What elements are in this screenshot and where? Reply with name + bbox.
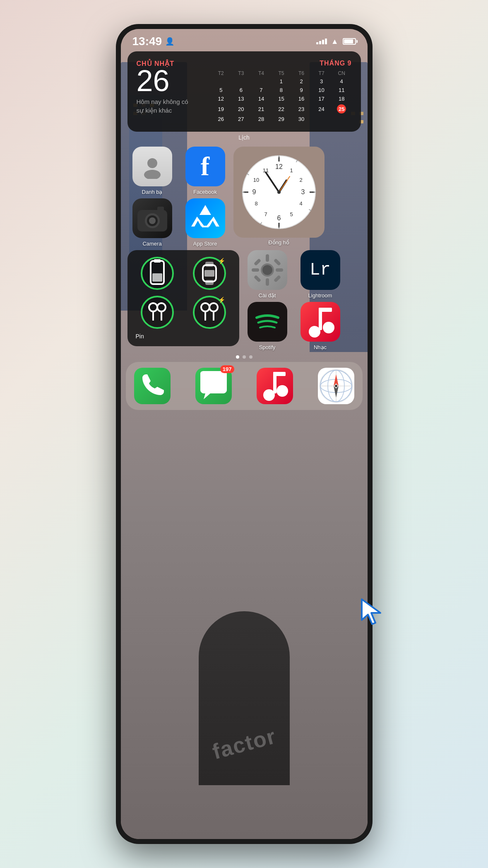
cal-cell: 19 [211, 103, 231, 115]
svg-text:5: 5 [290, 211, 293, 217]
svg-text:8: 8 [255, 200, 257, 207]
cal-cell: 8 [271, 86, 291, 94]
settings-icon [248, 250, 287, 290]
svg-text:7: 7 [264, 211, 267, 217]
svg-point-79 [335, 385, 337, 387]
cal-cell: 22 [271, 103, 291, 115]
svg-rect-61 [273, 275, 281, 282]
battery-item-airpods2 [186, 296, 233, 329]
contacts-icon [132, 147, 172, 186]
spotify-icon [248, 302, 287, 342]
messages-badge: 197 [220, 365, 234, 373]
svg-point-64 [323, 322, 334, 333]
cal-cell today-cell: 25 [332, 103, 352, 115]
svg-rect-42 [205, 262, 214, 267]
cal-cell: 15 [271, 94, 291, 103]
music-label: Nhạc [314, 344, 327, 350]
svg-rect-58 [253, 258, 261, 266]
appstore-app[interactable]: App Store [180, 198, 230, 247]
cal-grid: T2 T3 T4 T5 T6 T7 CN 1 [211, 70, 352, 123]
cal-cell: 30 [291, 115, 312, 123]
contacts-app[interactable]: Danh bạ [127, 147, 177, 195]
calendar-widget[interactable]: CHỦ NHẬT 26 Hôm nay không cósự kiện khác… [127, 51, 361, 132]
cursor [360, 597, 385, 628]
cal-cell: 11 [332, 86, 352, 94]
left-col: Danh bạ Camera [127, 147, 177, 247]
svg-text:4: 4 [299, 200, 302, 207]
svg-point-49 [201, 303, 209, 311]
time-label: 13:49 [132, 35, 162, 48]
battery-widget[interactable]: Pin [127, 250, 239, 346]
cal-cell: 1 [271, 77, 291, 86]
airpods1-svg [142, 297, 172, 327]
safari-svg [318, 368, 354, 404]
cal-header: CN [332, 70, 352, 77]
svg-rect-70 [273, 372, 286, 376]
cal-header: T6 [291, 70, 312, 77]
svg-point-68 [276, 385, 288, 397]
cal-cell: 13 [231, 94, 251, 103]
svg-point-47 [157, 303, 166, 311]
camera-app[interactable]: Camera [127, 198, 177, 247]
dock-phone[interactable] [134, 368, 171, 404]
spotify-music-row: Spotify [243, 302, 345, 350]
page-dot-2 [243, 355, 246, 359]
svg-rect-40 [152, 273, 162, 282]
calendar-right: THÁNG 9 T2 T3 T4 T5 T6 T7 CN [211, 60, 352, 123]
cal-header: T4 [251, 70, 272, 77]
contacts-label: Danh bạ [142, 189, 163, 195]
status-bar: 13:49 👤 ▲ [121, 29, 368, 51]
cal-cell [211, 77, 231, 86]
lightroom-label: Lightroom [308, 292, 332, 299]
camera-label: Camera [142, 241, 161, 247]
svg-text:3: 3 [301, 188, 305, 195]
camera-icon [132, 198, 172, 238]
svg-point-63 [309, 326, 320, 338]
svg-point-45 [149, 303, 157, 311]
person-icon: 👤 [165, 37, 174, 46]
cal-header: T7 [311, 70, 332, 77]
svg-marker-80 [362, 599, 380, 624]
cal-cell: 7 [251, 86, 272, 94]
dock-music-svg [257, 368, 293, 404]
svg-rect-54 [266, 254, 269, 262]
wifi-icon: ▲ [331, 37, 339, 46]
music-icon [300, 302, 340, 342]
cal-cell: 27 [231, 115, 251, 123]
battery-label-row: Pin [134, 333, 233, 340]
dock-messages[interactable]: 197 [195, 368, 232, 404]
music-app[interactable]: Nhạc [296, 302, 345, 350]
settings-app[interactable]: Cài đặt [243, 250, 292, 299]
svg-point-53 [262, 264, 273, 276]
spotify-app[interactable]: Spotify [243, 302, 292, 350]
phone-battery-svg [142, 258, 172, 288]
calendar-left: CHỦ NHẬT 26 Hôm nay không cósự kiện khác [137, 60, 203, 123]
svg-rect-66 [319, 308, 332, 312]
cal-cell: 26 [211, 115, 231, 123]
cal-cell: 12 [211, 94, 231, 103]
dock-music[interactable] [257, 368, 293, 404]
cal-cell: 9 [291, 86, 312, 94]
content-area: CHỦ NHẬT 26 Hôm nay không cósự kiện khác… [121, 51, 368, 359]
clock-face: 12 3 6 9 1 2 4 5 7 8 10 11 [242, 155, 316, 229]
appstore-svg [185, 198, 225, 238]
appstore-label: App Store [193, 241, 217, 247]
dock-safari[interactable] [318, 368, 354, 404]
svg-point-5 [149, 217, 156, 224]
dock-music-icon [257, 368, 293, 404]
page-dot-3 [249, 355, 252, 359]
settings-label: Cài đặt [259, 292, 276, 299]
lightroom-app[interactable]: Lr Lightroom [296, 250, 345, 299]
cal-cell: 3 [311, 77, 332, 86]
cal-cell: 20 [231, 103, 251, 115]
cal-no-events: Hôm nay không cósự kiện khác [137, 97, 203, 115]
clock-widget-container[interactable]: 12 3 6 9 1 2 4 5 7 8 10 11 [233, 147, 325, 246]
battery-circle-watch [193, 257, 226, 290]
svg-rect-60 [253, 275, 261, 282]
spotify-svg [248, 302, 287, 342]
facebook-app[interactable]: f Facebook [180, 147, 230, 195]
svg-rect-6 [157, 207, 164, 212]
svg-rect-43 [205, 280, 214, 285]
battery-circle-airpods1 [141, 296, 174, 329]
dock-messages-icon: 197 [195, 368, 232, 404]
